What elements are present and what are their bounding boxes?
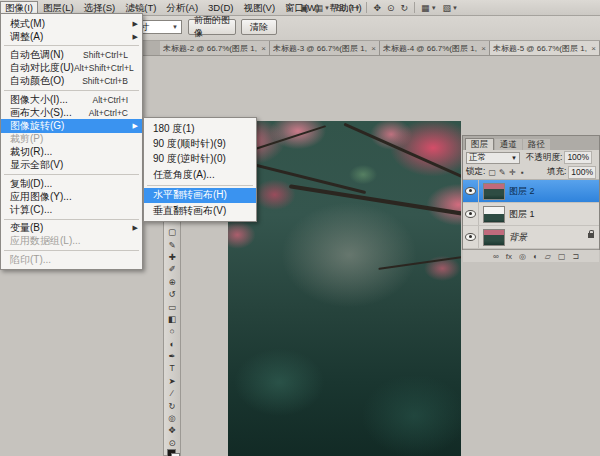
menu-option[interactable]: 复制(D)...	[1, 177, 142, 190]
lock-pixels-icon[interactable]: ✎	[497, 168, 507, 177]
3d-rotate-tool[interactable]: ↻	[164, 399, 180, 411]
layers-panel-tab[interactable]: 通道	[495, 139, 522, 150]
type-tool[interactable]: T	[164, 362, 180, 374]
menu-option[interactable]: 180 度(1)	[144, 121, 256, 136]
menu-option-label: 裁切(R)...	[10, 145, 52, 159]
lock-row: 锁定: ▢✎✛▪ 填充: 100%	[463, 165, 599, 180]
menubar-item[interactable]: 视图(V)	[238, 1, 280, 15]
new-layer-icon[interactable]: ▢	[558, 252, 566, 261]
history-brush-tool[interactable]: ↺	[164, 288, 180, 300]
menu-option[interactable]: 变量(B)▶	[1, 222, 142, 235]
menubar-item[interactable]: 3D(D)	[203, 1, 238, 15]
menu-option[interactable]: 自动颜色(O)Shift+Ctrl+B	[1, 75, 142, 88]
adjustment-layer-icon[interactable]: ◐	[533, 252, 538, 261]
lock-icons: ▢✎✛▪	[487, 168, 527, 177]
spot-healing-brush-tool[interactable]: ✚	[164, 251, 180, 263]
hand-tool[interactable]: ✥	[164, 424, 180, 436]
visibility-toggle[interactable]	[463, 180, 479, 202]
arrange-documents-icon[interactable]: ▦▼	[421, 3, 436, 13]
zoom-icon[interactable]: ⊙	[387, 3, 395, 13]
document-tab[interactable]: 未标题-3 @ 66.7%(图层 1, R...×	[270, 41, 380, 55]
view-extras-icon[interactable]: ▤▼	[315, 3, 330, 13]
new-group-icon[interactable]: ▱	[545, 252, 551, 261]
layers-panel-tab[interactable]: 图层	[465, 138, 494, 150]
hand-icon[interactable]: ✥	[373, 3, 381, 13]
document-tab[interactable]: 未标题-5 @ 66.7%(图层 1, R...×	[490, 41, 600, 55]
menu-option[interactable]: 裁切(R)...	[1, 146, 142, 159]
layer-row[interactable]: 图层 1	[463, 203, 599, 226]
zoom-level-control-glyph: 66.7	[336, 3, 354, 13]
lock-all-icon[interactable]: ▪	[517, 168, 527, 177]
menu-option-shortcut: Shift+Ctrl+L	[83, 50, 128, 60]
layers-panel-tab[interactable]: 路径	[523, 139, 550, 150]
zoom-tool[interactable]: ⊙	[164, 437, 180, 449]
zoom-level-control[interactable]: 66.7▼	[336, 3, 360, 13]
menubar-item[interactable]: 分析(A)	[161, 1, 203, 15]
menu-option[interactable]: 90 度(逆时针)(0)	[144, 152, 256, 167]
layer-row[interactable]: 背景	[463, 226, 599, 249]
chevron-down-icon: ▼	[172, 24, 178, 30]
menu-option[interactable]: 垂直翻转画布(V)	[144, 203, 256, 218]
opacity-value[interactable]: 100%	[564, 151, 592, 164]
line-tool[interactable]: ∕	[164, 387, 180, 399]
layer-mask-icon[interactable]: ◎	[519, 252, 526, 261]
clone-stamp-tool[interactable]: ⊕	[164, 276, 180, 288]
eraser-tool[interactable]: ▭	[164, 300, 180, 312]
close-icon[interactable]: ×	[481, 44, 486, 53]
layer-thumbnail	[483, 206, 505, 223]
close-icon[interactable]: ×	[591, 44, 596, 53]
lock-position-icon[interactable]: ✛	[507, 168, 517, 177]
menu-option[interactable]: 90 度(顺时针)(9)	[144, 136, 256, 151]
document-tab[interactable]: 未标题-4 @ 66.7%(图层 1, R...×	[380, 41, 490, 55]
document-canvas[interactable]	[228, 121, 461, 456]
menu-option-label: 任意角度(A)...	[153, 168, 215, 182]
close-icon[interactable]: ×	[261, 44, 266, 53]
eyedropper-tool[interactable]: ✎	[164, 238, 180, 250]
delete-layer-icon[interactable]: ⊐	[572, 252, 579, 261]
bridge-icon[interactable]: ▣	[300, 3, 309, 13]
document-tab-title: 未标题-3 @ 66.7%(图层 1, R...	[273, 43, 369, 54]
dodge-tool[interactable]: ◐	[164, 338, 180, 350]
menu-option[interactable]: 计算(C)...	[1, 203, 142, 216]
menu-option[interactable]: 应用图像(Y)...	[1, 190, 142, 203]
menu-option[interactable]: 自动对比度(U)Alt+Shift+Ctrl+L	[1, 62, 142, 75]
menu-option[interactable]: 图像大小(I)...Alt+Ctrl+I	[1, 93, 142, 106]
lock-label: 锁定:	[466, 166, 485, 178]
gradient-tool[interactable]: ◧	[164, 313, 180, 325]
menu-option[interactable]: 自动色调(N)Shift+Ctrl+L	[1, 48, 142, 61]
bridge-icon-glyph: ▣	[300, 3, 309, 13]
close-icon[interactable]: ×	[371, 44, 376, 53]
menu-option-label: 90 度(顺时针)(9)	[153, 137, 226, 151]
clear-button[interactable]: 清除	[241, 19, 277, 35]
brush-tool[interactable]: ✐	[164, 263, 180, 275]
front-image-button[interactable]: 前面的图像	[188, 19, 236, 35]
menu-option-label: 水平翻转画布(H)	[153, 188, 227, 202]
menu-option[interactable]: 模式(M)▶	[1, 17, 142, 30]
menu-option[interactable]: 画布大小(S)...Alt+Ctrl+C	[1, 106, 142, 119]
layer-style-icon[interactable]: fx	[506, 252, 512, 261]
visibility-toggle[interactable]	[463, 203, 479, 225]
menu-option[interactable]: 图像旋转(G)▶	[1, 119, 142, 132]
link-layers-icon[interactable]: ∞	[493, 252, 499, 261]
crop-tool[interactable]: ▢	[164, 226, 180, 238]
menu-option[interactable]: 显示全部(V)	[1, 159, 142, 172]
fill-value[interactable]: 100%	[568, 166, 596, 179]
screen-mode-icon[interactable]: ▧▼	[443, 3, 458, 13]
layer-row[interactable]: 图层 2	[463, 180, 599, 203]
path-selection-tool[interactable]: ➤	[164, 375, 180, 387]
rotate-view-icon[interactable]: ↻	[401, 3, 409, 13]
lock-transparency-icon[interactable]: ▢	[487, 168, 497, 177]
pen-tool[interactable]: ✒	[164, 350, 180, 362]
color-swatches[interactable]	[167, 449, 179, 456]
blend-mode-select[interactable]: 正常 ▼	[466, 152, 520, 164]
visibility-toggle[interactable]	[463, 226, 479, 248]
menu-option[interactable]: 水平翻转画布(H)	[144, 188, 256, 203]
menu-option[interactable]: 调整(A)▶	[1, 30, 142, 43]
menu-option-label: 显示全部(V)	[10, 158, 63, 172]
document-tab[interactable]: 未标题-2 @ 66.7%(图层 1, R...×	[160, 41, 270, 55]
blur-tool[interactable]: ○	[164, 325, 180, 337]
3d-orbit-tool[interactable]: ◎	[164, 412, 180, 424]
menu-separator	[4, 174, 139, 175]
menu-option[interactable]: 任意角度(A)...	[144, 167, 256, 182]
submenu-arrow-icon: ▶	[133, 33, 138, 41]
